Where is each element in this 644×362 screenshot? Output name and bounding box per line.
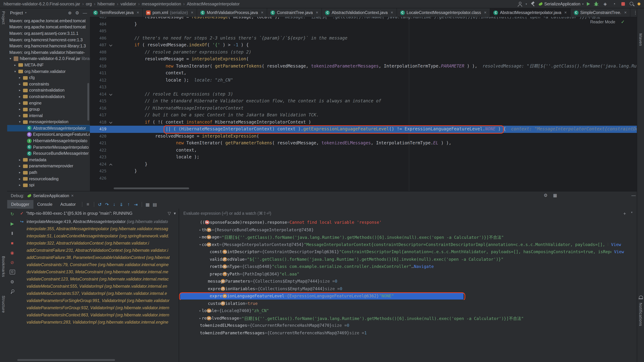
view-options-icon[interactable]: ▤ [151, 202, 158, 207]
tool-window-button-bookmarks[interactable]: Bookmarks [2, 256, 6, 277]
editor-tab[interactable]: CMonthValidatorProcess.java✕ [197, 8, 267, 17]
hide-panel-icon[interactable]: — [83, 10, 87, 15]
close-icon[interactable]: ✕ [564, 11, 567, 14]
line-number[interactable]: 413 [90, 84, 108, 91]
tree-item[interactable]: ▸internal [7, 112, 90, 119]
pin-tab-icon[interactable] [10, 289, 14, 294]
editor-tab[interactable]: CConstraintTree.java✕ [267, 8, 322, 17]
close-icon[interactable]: ✕ [316, 11, 318, 14]
evaluate-expression-field[interactable]: Evaluate expression (⏎) or add a watch (… [179, 209, 637, 218]
editor-tab[interactable]: CSimpleConstraintTree.✕ [570, 8, 630, 17]
expand-arrow-icon[interactable]: ▸ [18, 101, 22, 105]
tree-item[interactable]: Maven: org.apache.tomcat.embed:tomcat [7, 24, 90, 30]
breadcrumb-item[interactable]: AbstractMessageInterpolator [187, 2, 240, 6]
user-icon[interactable] [517, 1, 522, 6]
code-text[interactable]: // resolve parameter expressions (step 2… [114, 49, 251, 56]
code-text[interactable]: } [114, 161, 148, 168]
expand-arrow-icon[interactable]: ▸ [18, 82, 22, 86]
tree-item[interactable]: ▸resourceloading [7, 176, 90, 182]
code-text[interactable]: new TokenIterator( getParameterTokens( r… [114, 63, 637, 70]
update-indicator-icon[interactable] [638, 2, 640, 5]
thread-dump-camera-icon[interactable] [10, 270, 15, 274]
variable-row[interactable]: ∞tokenizedParameterMessages = {Concurren… [179, 329, 637, 337]
expand-arrow-icon[interactable]: ▸ [18, 114, 22, 117]
inspections-ok-icon[interactable]: ✓ [621, 19, 624, 24]
tree-item[interactable]: Maven: org.apache.tomcat.embed:tomcat [7, 17, 90, 24]
expand-arrow-icon[interactable]: ▾ [9, 57, 12, 60]
step-into-icon[interactable]: ↓ [110, 202, 118, 207]
variable-row[interactable]: fmessageParameters = {Collections$EmptyM… [179, 278, 637, 285]
variable-row[interactable]: ▸fpropertyPath = {PathImpl@6364} "el.aaa… [179, 270, 637, 278]
tree-item[interactable]: ▾hibernate-validator-6.2.0.Final.jar lib… [7, 55, 90, 62]
code-text[interactable]: // but it can be a spec Context in the J… [114, 112, 319, 119]
more-options-icon[interactable]: ⋮ [630, 8, 637, 17]
tree-item[interactable]: ▸META-INF [7, 62, 90, 68]
tree-item[interactable]: ▾messageinterpolation [7, 119, 90, 125]
breadcrumb-item[interactable]: messageinterpolation [142, 2, 181, 6]
tree-item[interactable]: ▾org.hibernate.validator [7, 68, 90, 74]
line-number[interactable]: 406 [90, 35, 108, 42]
expand-arrow-icon[interactable]: ▸ [199, 309, 201, 313]
frames-horizontal-scrollbar[interactable] [17, 359, 115, 361]
tab-console[interactable]: Console [33, 200, 56, 209]
project-panel-title[interactable]: Project [10, 10, 23, 15]
frame-row[interactable]: interpolate:355, AbstractMessageInterpol… [17, 225, 179, 232]
expand-arrow-icon[interactable]: ▸ [18, 164, 22, 168]
tree-item[interactable]: ▸spi [7, 182, 90, 188]
stop-button[interactable] [621, 2, 625, 6]
chevron-down-icon[interactable]: ▾ [25, 11, 26, 14]
resume-icon[interactable]: ▶ [10, 221, 15, 226]
expand-arrow-icon[interactable]: ▸ [18, 158, 22, 162]
view-as-table-icon[interactable]: ▦ [144, 202, 151, 207]
line-number[interactable]: 414 [90, 91, 108, 98]
variable-row[interactable]: fexpressionVariables = {Collections$Empt… [179, 285, 637, 292]
breadcrumb-item[interactable]: hibernate-validator-6.2.0.Final-sources.… [4, 2, 80, 6]
tree-item[interactable]: Maven: org.assertj:assertj-core:3.11.1 [7, 30, 90, 36]
close-icon[interactable]: ✕ [191, 11, 194, 14]
editor-horizontal-scrollbar[interactable] [114, 187, 189, 189]
code-text[interactable]: locale ); locale: "zh_CN" [114, 77, 233, 84]
line-number[interactable]: 424 [90, 161, 108, 168]
frame-row[interactable]: validateParametersForSingleGroup:991, Va… [17, 297, 179, 304]
frame-row[interactable]: validateParameters:283, ValidatorImpl (o… [17, 319, 179, 326]
variable-row[interactable]: ✕((ResponseFacade)response).response = C… [179, 219, 637, 226]
editor-tab[interactable]: CAbstractMessageInterpolator.java✕ [490, 8, 570, 17]
tree-item[interactable]: CParameterMessageInterpolato [7, 144, 90, 150]
variable-row[interactable]: ▸vlocale = {Locale@7460} "zh_CN" [179, 307, 637, 314]
line-number[interactable]: 403 [90, 17, 108, 21]
expand-arrow-icon[interactable]: ▸ [18, 76, 22, 79]
close-icon[interactable]: ✕ [261, 11, 264, 14]
breadcrumb-item[interactable]: org [86, 2, 92, 6]
tree-item[interactable]: Maven: org.hamcrest:hamcrest-core:1.3 [7, 37, 90, 43]
expand-arrow-icon[interactable]: ▾ [13, 69, 17, 73]
expand-arrow-icon[interactable]: ▸ [18, 107, 22, 111]
line-number[interactable]: 423 [90, 154, 108, 161]
frame-row[interactable]: ↪interpolateMessage:419, AbstractMessage… [17, 218, 179, 225]
tree-item[interactable]: ▸constraints [7, 81, 90, 87]
tab-actuator[interactable]: Actuator [56, 200, 80, 209]
variable-row[interactable]: ▸vresolvedMessage = "日期[${''.getClass().… [179, 314, 637, 322]
frame-row[interactable]: interpolate:322, AbstractValidationConte… [17, 239, 179, 247]
code-text[interactable]: if ( resolvedMessage.indexOf( '{' ) > -1… [114, 42, 249, 49]
code-text[interactable]: } [114, 168, 137, 175]
editor-tab[interactable]: CTermResolver.java✕ [90, 8, 143, 17]
frame-row[interactable]: validateMetaConstraints:537, ValidatorIm… [17, 290, 179, 297]
variable-row[interactable]: ∞tokenizedELMessages = {ConcurrentRefere… [179, 322, 637, 329]
frame-row[interactable]: validateMetaConstraint:555, ValidatorImp… [17, 283, 179, 290]
fold-marker-icon[interactable] [108, 91, 114, 98]
line-number[interactable]: 420 [90, 133, 108, 140]
fold-marker-icon[interactable] [108, 42, 114, 49]
add-watch-plus-icon[interactable]: + [623, 211, 626, 216]
code-text[interactable]: // resolve EL expressions (step 3) [114, 91, 233, 98]
run-to-cursor-icon[interactable]: ⇥ [132, 202, 139, 207]
filter-funnel-icon[interactable]: ▽ [168, 211, 171, 216]
line-number[interactable]: 421 [90, 140, 108, 147]
close-icon[interactable]: ✕ [484, 11, 487, 14]
line-number[interactable]: 409 [90, 56, 108, 63]
thread-selector[interactable]: ✓ "http-nio-8080-exec-1"@5,926 in group … [17, 209, 179, 218]
tree-item[interactable]: CResourceBundleMessageInter [7, 150, 90, 157]
code-text[interactable]: new TokenIterator( getParameterTokens( r… [114, 140, 452, 147]
code-text[interactable]: // there's no need for steps 2-3 unless … [114, 35, 347, 42]
tool-window-button-notifications[interactable]: Notifications [638, 303, 643, 326]
debug-session-tab[interactable]: SerializeApplication ✕ [24, 191, 77, 200]
